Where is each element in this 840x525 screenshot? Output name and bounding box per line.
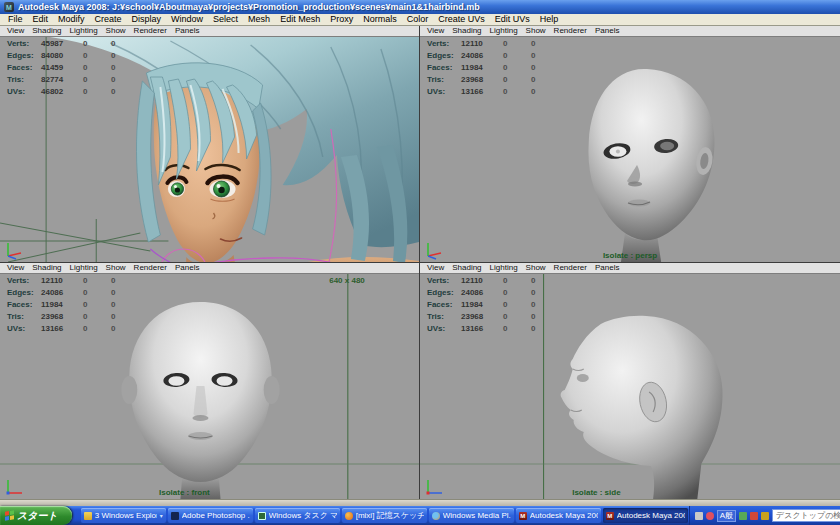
taskbar-button-label: Autodesk Maya 200... [617,511,685,520]
taskbar-button-task-manager[interactable]: Windows タスク マネ... [255,508,340,523]
polycount-hud: Verts:1211000 Edges:2408600 Faces:119840… [7,277,149,333]
menu-normals[interactable]: Normals [358,14,402,25]
viewport-grid: View Shading Lighting Show Renderer Pane… [0,26,840,499]
taskbar-button-maya-2-active[interactable]: M Autodesk Maya 200... [603,508,688,523]
menu-create[interactable]: Create [90,14,127,25]
hud-verts-label: Verts: [7,277,41,285]
taskbar-button-label: [mixi] 記憶スケッチ -... [356,510,424,521]
viewport-canvas-front[interactable]: Verts:1211000 Edges:2408600 Faces:119840… [0,274,419,499]
viewport-front: View Shading Lighting Show Renderer Pane… [0,263,419,499]
menu-help[interactable]: Help [535,14,564,25]
hud-tris-label: Tris: [7,313,41,321]
menu-select[interactable]: Select [208,14,243,25]
viewport-persp-isolate: View Shading Lighting Show Renderer Pane… [420,26,840,262]
hud-uvs-label: UVs: [7,325,41,333]
vp-menu-panels[interactable]: Panels [171,263,203,273]
folder-icon [84,512,92,520]
hud-zero: 0 [531,52,569,60]
vp-menu-lighting[interactable]: Lighting [486,263,522,273]
vp-menu-show[interactable]: Show [522,263,550,273]
taskbar-button-explorer-group[interactable]: 3 Windows Explorer ▾ [81,508,166,523]
viewport-canvas-persp-isolate[interactable]: Verts:1211000 Edges:2408600 Faces:119840… [420,37,840,262]
viewport-canvas-persp-character[interactable]: Verts:4598700 Edges:8408000 Faces:414590… [0,37,419,262]
hud-zero: 0 [503,40,531,48]
hud-verts-label: Verts: [7,40,41,48]
hud-zero: 0 [503,301,531,309]
hud-zero: 0 [111,88,149,96]
vp-menu-panels[interactable]: Panels [591,26,623,36]
menu-proxy[interactable]: Proxy [325,14,358,25]
hud-zero: 0 [111,325,149,333]
vp-menu-shading[interactable]: Shading [28,26,65,36]
viewport-canvas-side[interactable]: Verts:1211000 Edges:2408600 Faces:119840… [420,274,840,499]
hud-uvs-label: UVs: [427,325,461,333]
vp-menu-lighting[interactable]: Lighting [66,263,102,273]
tray-keyboard-icon[interactable] [695,512,703,520]
view-axis-icon [423,477,445,497]
start-button-label: スタート [17,509,58,523]
menu-color[interactable]: Color [402,14,434,25]
taskbar-button-media-player[interactable]: Windows Media Pl... [429,508,514,523]
vp-menu-renderer[interactable]: Renderer [130,26,171,36]
polycount-hud: Verts:1211000 Edges:2408600 Faces:119840… [427,40,569,96]
menu-edit-mesh[interactable]: Edit Mesh [275,14,325,25]
menu-edit[interactable]: Edit [28,14,54,25]
vp-menu-panels[interactable]: Panels [171,26,203,36]
hud-zero: 0 [503,64,531,72]
taskbar-button-firefox-mixi[interactable]: [mixi] 記憶スケッチ -... [342,508,427,523]
start-button[interactable]: スタート [0,506,72,525]
vp-menu-view[interactable]: View [423,26,448,36]
vp-menu-view[interactable]: View [423,263,448,273]
hud-zero: 0 [503,313,531,321]
hud-verts-value: 12110 [461,40,503,48]
taskbar-button-label: Autodesk Maya 200... [530,511,598,520]
view-axis-icon [3,477,25,497]
hud-zero: 0 [531,325,569,333]
hud-uvs-value: 13166 [461,88,503,96]
menu-file[interactable]: File [3,14,28,25]
menu-create-uvs[interactable]: Create UVs [433,14,490,25]
tray-app-icon[interactable] [750,512,758,520]
vp-menu-show[interactable]: Show [102,263,130,273]
menu-window[interactable]: Window [166,14,208,25]
hud-uvs-value: 13166 [461,325,503,333]
ime-language-indicator[interactable]: A般 [717,510,736,522]
taskbar-button-photoshop[interactable]: Adobe Photoshop ... [168,508,253,523]
hud-zero: 0 [111,301,149,309]
hud-zero: 0 [503,277,531,285]
tray-app-icon[interactable] [739,512,747,520]
hud-zero: 0 [531,88,569,96]
vp-menu-shading[interactable]: Shading [448,26,485,36]
task-manager-icon [258,512,266,520]
hud-zero: 0 [531,76,569,84]
vp-menu-shading[interactable]: Shading [28,263,65,273]
vp-menu-panels[interactable]: Panels [591,263,623,273]
menu-edit-uvs[interactable]: Edit UVs [490,14,535,25]
hud-zero: 0 [83,88,111,96]
taskbar-button-maya-1[interactable]: M Autodesk Maya 200... [516,508,601,523]
hud-faces-label: Faces: [7,301,41,309]
vp-menu-show[interactable]: Show [522,26,550,36]
hud-zero: 0 [111,76,149,84]
tray-app-icon[interactable] [761,512,769,520]
desktop-search-input[interactable]: デスクトップの検索 [772,509,840,522]
window-bottom-edge [0,499,840,506]
vp-menu-renderer[interactable]: Renderer [550,26,591,36]
vp-menu-renderer[interactable]: Renderer [130,263,171,273]
vp-menu-view[interactable]: View [3,26,28,36]
vp-menu-renderer[interactable]: Renderer [550,263,591,273]
menu-display[interactable]: Display [127,14,167,25]
vp-menu-lighting[interactable]: Lighting [66,26,102,36]
vp-menu-view[interactable]: View [3,263,28,273]
vp-menu-shading[interactable]: Shading [448,263,485,273]
tray-status-icon[interactable] [706,512,714,520]
hud-zero: 0 [531,64,569,72]
menu-mesh[interactable]: Mesh [243,14,275,25]
hud-faces-label: Faces: [427,64,461,72]
windows-logo-icon [5,510,14,520]
polycount-hud: Verts:1211000 Edges:2408600 Faces:119840… [427,277,569,333]
vp-menu-show[interactable]: Show [102,26,130,36]
hud-tris-value: 23968 [461,313,503,321]
vp-menu-lighting[interactable]: Lighting [486,26,522,36]
menu-modify[interactable]: Modify [53,14,90,25]
